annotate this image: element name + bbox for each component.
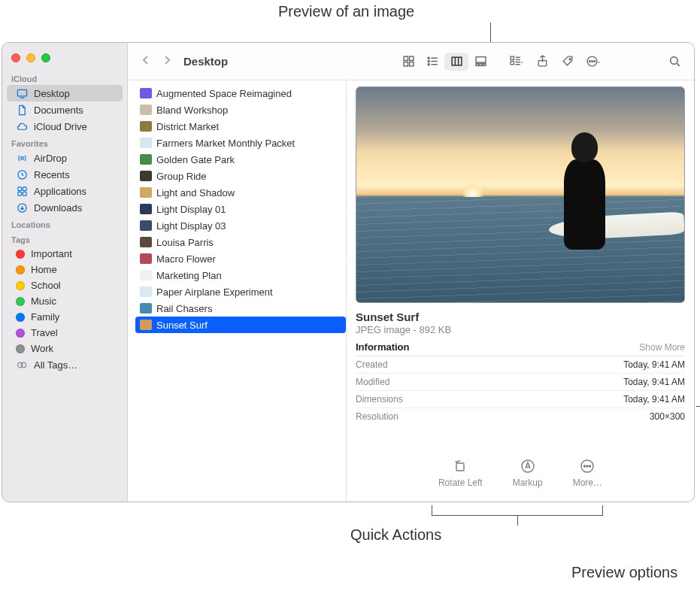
svg-point-27: [589, 61, 590, 62]
close-window-button[interactable]: [11, 53, 20, 62]
svg-point-29: [594, 61, 595, 62]
svg-rect-31: [456, 463, 464, 471]
svg-rect-3: [17, 186, 21, 190]
preview-image: [356, 86, 685, 303]
svg-point-36: [589, 465, 591, 467]
back-button[interactable]: [141, 55, 150, 68]
icon-view-button[interactable]: [396, 53, 420, 71]
applications-icon: [16, 185, 28, 197]
svg-rect-13: [409, 62, 413, 66]
document-icon: [16, 104, 28, 116]
file-item[interactable]: Light Display 01: [135, 201, 346, 217]
share-button[interactable]: [532, 53, 553, 71]
action-menu-button[interactable]: ⌄: [583, 53, 604, 71]
svg-rect-11: [409, 56, 413, 60]
quick-action-rotate[interactable]: Rotate Left: [438, 458, 483, 488]
quick-actions-bar: Rotate LeftMarkupMore…: [356, 447, 685, 496]
tag-dot-icon: [16, 265, 25, 274]
preview-title: Sunset Surf: [356, 311, 685, 323]
more-icon: [577, 458, 597, 474]
sidebar-label: Documents: [34, 105, 83, 116]
file-item[interactable]: Macro Flower: [135, 250, 346, 267]
show-more-button[interactable]: Show More: [639, 342, 685, 353]
file-item[interactable]: Bland Workshop: [135, 102, 346, 118]
sidebar-item-documents[interactable]: Documents: [7, 102, 123, 118]
file-label: Light Display 01: [156, 204, 226, 215]
svg-point-34: [584, 465, 586, 467]
sidebar-label: Travel: [31, 327, 58, 338]
file-item[interactable]: Louisa Parris: [135, 234, 346, 250]
sidebar-label: Recents: [34, 169, 70, 180]
sidebar-item-applications[interactable]: Applications: [7, 183, 123, 199]
annotation-line-options: [696, 406, 700, 567]
file-label: Macro Flower: [156, 253, 216, 265]
sidebar-item-recents[interactable]: Recents: [7, 166, 123, 183]
edit-tags-button[interactable]: [557, 53, 578, 71]
sidebar-tag-music[interactable]: Music: [7, 293, 123, 309]
tag-dot-icon: [16, 313, 25, 322]
file-item[interactable]: Paper Airplane Experiment: [135, 283, 346, 300]
file-thumbnail-icon: [140, 187, 152, 198]
main-area: Desktop ⌄ ⌄ Augmented Space ReimaginedBl…: [128, 43, 694, 502]
preview-pane: Sunset Surf JPEG image - 892 KB Informat…: [346, 80, 694, 502]
info-row: DimensionsToday, 9:41 AM: [356, 391, 685, 408]
sidebar-tag-family[interactable]: Family: [7, 309, 123, 325]
file-thumbnail-icon: [140, 204, 152, 214]
sidebar-tag-alltags[interactable]: All Tags…: [7, 356, 123, 373]
annotation-preview-image: Preview of an image: [278, 3, 414, 20]
quick-action-markup[interactable]: Markup: [513, 458, 543, 488]
file-item[interactable]: Rail Chasers: [135, 300, 346, 317]
zoom-window-button[interactable]: [41, 53, 50, 62]
sidebar-tag-important[interactable]: Important: [7, 246, 123, 262]
svg-point-14: [428, 57, 429, 59]
file-item[interactable]: Light Display 03: [135, 217, 346, 234]
file-thumbnail-icon: [140, 220, 152, 231]
quick-action-more[interactable]: More…: [573, 458, 602, 488]
quick-action-label: Rotate Left: [438, 477, 483, 488]
sidebar-tag-home[interactable]: Home: [7, 262, 123, 277]
file-item[interactable]: Golden Gate Park: [135, 151, 346, 168]
file-item[interactable]: Sunset Surf: [135, 317, 346, 333]
file-label: Marketing Plan: [156, 270, 222, 281]
sidebar-section-favorites: Favorites: [2, 135, 127, 150]
svg-rect-21: [483, 64, 486, 66]
gallery-view-button[interactable]: [468, 53, 492, 71]
svg-rect-23: [511, 62, 514, 65]
svg-rect-4: [23, 186, 26, 190]
sidebar-tag-work[interactable]: Work: [7, 341, 123, 356]
info-key: Dimensions: [356, 394, 403, 405]
content-area: Augmented Space ReimaginedBland Workshop…: [128, 80, 694, 502]
sidebar-tag-school[interactable]: School: [7, 277, 123, 293]
forward-button[interactable]: [162, 55, 171, 68]
search-button[interactable]: [664, 53, 685, 71]
file-label: Sunset Surf: [156, 320, 208, 331]
minimize-window-button[interactable]: [26, 53, 35, 62]
sidebar-item-desktop[interactable]: Desktop: [7, 85, 123, 102]
file-item[interactable]: Light and Shadow: [135, 184, 346, 201]
sidebar-item-icloud-drive[interactable]: iCloud Drive: [7, 118, 123, 135]
sidebar-item-downloads[interactable]: Downloads: [7, 199, 123, 216]
info-value: Today, 9:41 AM: [623, 377, 685, 387]
file-item[interactable]: Group Ride: [135, 168, 346, 184]
svg-point-25: [569, 59, 571, 60]
file-thumbnail-icon: [140, 253, 152, 264]
file-thumbnail-icon: [140, 154, 152, 165]
file-thumbnail-icon: [140, 303, 152, 314]
sidebar-tag-travel[interactable]: Travel: [7, 325, 123, 341]
quick-action-label: Markup: [513, 477, 543, 488]
group-by-button[interactable]: ⌄: [506, 53, 527, 71]
svg-rect-0: [17, 89, 26, 95]
file-item[interactable]: District Market: [135, 118, 346, 135]
file-item[interactable]: Augmented Space Reimagined: [135, 85, 346, 102]
svg-rect-6: [23, 192, 26, 195]
list-view-button[interactable]: [420, 53, 444, 71]
svg-point-28: [591, 61, 592, 62]
svg-point-30: [670, 57, 677, 65]
view-switcher: [396, 53, 492, 71]
file-item[interactable]: Marketing Plan: [135, 267, 346, 283]
file-label: Farmers Market Monthly Packet: [156, 138, 295, 149]
sidebar-item-airdrop[interactable]: AirDrop: [7, 150, 123, 166]
markup-icon: [518, 458, 538, 474]
file-item[interactable]: Farmers Market Monthly Packet: [135, 135, 346, 151]
column-view-button[interactable]: [444, 53, 468, 71]
